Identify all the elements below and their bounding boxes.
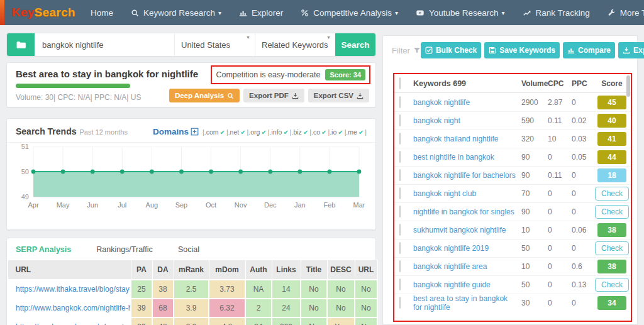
keyword-link[interactable]: best area to stay in bangkok for nightli… xyxy=(413,294,508,312)
trend-point[interactable] xyxy=(91,170,95,174)
serp-metric-cell: No xyxy=(301,280,327,299)
trend-point[interactable] xyxy=(238,170,243,174)
trend-point[interactable] xyxy=(297,170,302,174)
download-icon xyxy=(623,47,630,54)
keyword-link[interactable]: bangkok nightlife guide xyxy=(413,280,491,289)
nav-item-rank-tracking[interactable]: Rank Tracking xyxy=(523,8,590,18)
keyword-checkbox[interactable] xyxy=(399,206,401,218)
filter-control[interactable]: Filter xyxy=(392,46,421,55)
keyword-checkbox[interactable] xyxy=(399,278,401,290)
keyword-checkbox[interactable] xyxy=(399,151,401,163)
nav-item-more-tools[interactable]: More Tools▾New xyxy=(608,8,644,18)
keyword-checkbox[interactable] xyxy=(399,169,401,181)
keyword-checkbox[interactable] xyxy=(399,133,401,145)
select-all-checkbox[interactable] xyxy=(399,77,401,89)
keyword-link[interactable]: bangkok nightlife area xyxy=(413,262,487,271)
domain-ext-info[interactable]: |.info✔ xyxy=(268,128,290,136)
serp-metric-cell: 39 xyxy=(131,317,152,325)
nav-item-home[interactable]: Home xyxy=(91,8,113,18)
keyword-link[interactable]: bangkok thailand nightlife xyxy=(413,135,498,143)
domains-label[interactable]: Domains xyxy=(153,127,189,136)
trend-point[interactable] xyxy=(179,170,184,174)
nav-item-youtube-research[interactable]: Youtube Research▾ xyxy=(416,8,505,18)
keyword-score-badge[interactable]: 34 xyxy=(597,296,626,310)
keyword-cpc: 0.11 xyxy=(548,116,572,125)
serp-url-link[interactable]: http://www.bangkok.com/nightlife-hote... xyxy=(16,304,131,312)
tab-rankings-traffic[interactable]: Rankings/Traffic xyxy=(96,245,153,254)
country-select[interactable]: United States ▼ xyxy=(174,33,255,56)
tab-serp-analysis[interactable]: SERP Analysis xyxy=(16,245,71,254)
domain-ext-com[interactable]: |.com✔ xyxy=(203,128,226,136)
trend-point[interactable] xyxy=(150,170,154,174)
trend-point[interactable] xyxy=(357,170,362,174)
keyword-link[interactable]: bangkok night club xyxy=(413,189,476,198)
search-mode-select[interactable]: Related Keywords ▼ xyxy=(255,33,335,56)
keyword-checkbox[interactable] xyxy=(399,242,401,254)
compare-button[interactable]: Compare xyxy=(563,42,615,58)
keyword-score-badge[interactable]: 45 xyxy=(597,96,626,109)
keyword-score-badge[interactable]: 41 xyxy=(597,132,626,146)
keywords-scrollbar[interactable] xyxy=(626,75,630,97)
serp-metric-cell: 6.32 xyxy=(209,299,245,317)
check-square-icon xyxy=(425,47,433,54)
domain-ext-io[interactable]: |.io✔ xyxy=(328,128,344,136)
keyword-link[interactable]: best nightlife in bangkok xyxy=(413,153,494,162)
score-header: Score xyxy=(594,79,630,88)
keyword-volume: 320 xyxy=(521,135,548,143)
nav-item-explorer[interactable]: Explorer xyxy=(239,8,283,18)
bulk-check-button[interactable]: Bulk Check xyxy=(421,42,481,58)
save-keywords-button[interactable]: Save Keywords xyxy=(484,42,560,58)
keyword-volume: 50 xyxy=(521,280,548,289)
domain-ext-net[interactable]: |.net✔ xyxy=(226,128,247,136)
nav-item-keyword-research[interactable]: Keyword Research▾ xyxy=(131,8,221,18)
export-button[interactable]: Export ▾ xyxy=(618,42,644,58)
export-pdf-button[interactable]: Export PDF xyxy=(243,89,304,102)
trend-point[interactable] xyxy=(328,170,332,174)
keyword-volume: 90 xyxy=(521,171,548,180)
keyword-search-input[interactable] xyxy=(35,33,174,56)
plus-box-icon[interactable] xyxy=(191,128,199,136)
keyword-score-badge[interactable]: 44 xyxy=(597,150,626,164)
tab-social[interactable]: Social xyxy=(178,245,199,254)
domain-ext-co[interactable]: |.co✔ xyxy=(309,128,328,136)
trend-point[interactable] xyxy=(61,170,65,174)
keyword-checkbox[interactable] xyxy=(399,96,401,108)
keyword-checkbox[interactable] xyxy=(399,114,401,126)
keyword-link[interactable]: bangkok nightlife for bachelors xyxy=(413,171,516,180)
keyword-score-badge[interactable]: 40 xyxy=(597,114,626,128)
keyword-checkbox[interactable] xyxy=(399,297,401,309)
keyword-ppc: 0.6 xyxy=(572,262,594,271)
check-score-button[interactable]: Check xyxy=(595,278,629,292)
deep-analysis-button[interactable]: Deep Analysis xyxy=(169,89,240,102)
nav-item-competitive-analysis[interactable]: Competitive Analysis▾ xyxy=(301,8,398,18)
check-score-button[interactable]: Check xyxy=(595,241,629,255)
keyword-link[interactable]: bangkok night xyxy=(413,116,460,125)
keyword-checkbox[interactable] xyxy=(399,260,401,272)
saved-lists-button[interactable] xyxy=(7,33,35,56)
trend-point[interactable] xyxy=(120,170,125,174)
domain-ext-org[interactable]: |.org✔ xyxy=(247,128,268,136)
keyword-score-badge[interactable]: 38 xyxy=(597,260,626,273)
serp-metric-cell: 39 xyxy=(131,299,152,317)
keyword-checkbox[interactable] xyxy=(399,224,401,236)
check-score-button[interactable]: Check xyxy=(595,187,629,201)
keyword-link[interactable]: bangkok nightlife xyxy=(413,98,470,107)
trend-point[interactable] xyxy=(268,170,272,174)
serp-url-link[interactable]: https://www.ithaka.travel/blog/stay-b... xyxy=(16,285,131,294)
keyword-link[interactable]: bangkok nightlife 2019 xyxy=(413,244,489,253)
keyword-score-badge[interactable]: 18 xyxy=(597,168,626,182)
check-score-button[interactable]: Check xyxy=(595,205,629,219)
keyword-score-badge[interactable]: 38 xyxy=(597,223,626,237)
keyword-checkbox[interactable] xyxy=(399,187,401,199)
keyword-link[interactable]: sukhumvit bangkok nightlife xyxy=(413,226,506,234)
export-csv-button[interactable]: Export CSV xyxy=(308,89,369,102)
trend-point[interactable] xyxy=(209,170,213,174)
search-button[interactable]: Search xyxy=(335,33,375,56)
domain-ext-biz[interactable]: |.biz✔ xyxy=(290,128,309,136)
trend-point[interactable] xyxy=(31,170,36,174)
download-icon xyxy=(292,92,299,99)
serp-url-link[interactable]: https://nerdnomads.com/where-to-stay-... xyxy=(16,322,131,325)
keyword-link[interactable]: nightlife in bangkok for singles xyxy=(413,207,514,216)
domain-ext-me[interactable]: |.me✔ xyxy=(345,128,365,136)
keysearch-logo[interactable]: KeySearch xyxy=(12,6,75,19)
